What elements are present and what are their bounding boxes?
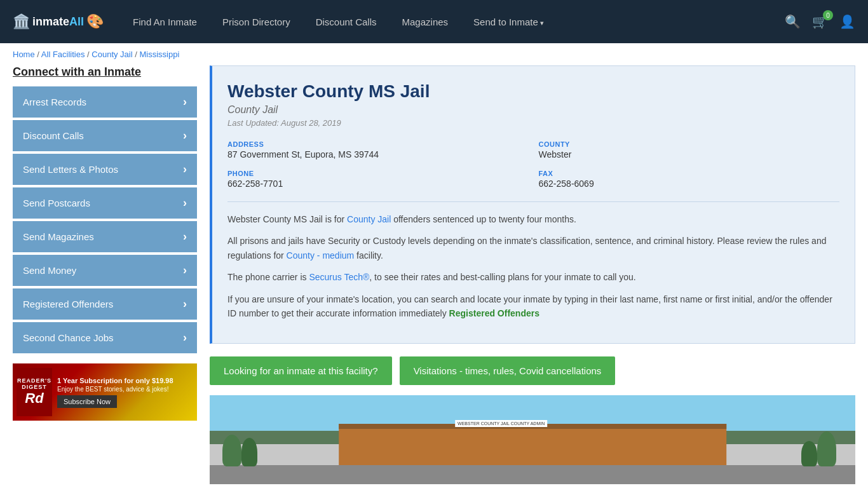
cart-icon[interactable]: 🛒 0 xyxy=(812,14,828,29)
sidebar-item-send-postcards[interactable]: Send Postcards › xyxy=(13,187,197,219)
securus-link[interactable]: Securus Tech® xyxy=(309,272,369,282)
logo-text: inmateAll xyxy=(32,15,84,29)
visitations-button[interactable]: Visitations - times, rules, Covid cancel… xyxy=(400,356,616,385)
fax-value: 662-258-6069 xyxy=(539,179,840,189)
facility-image: WEBSTER COUNTY JAIL COUNTY ADMIN xyxy=(210,395,855,484)
search-icon[interactable]: 🔍 xyxy=(785,14,801,29)
breadcrumb: Home / All Facilities / County Jail / Mi… xyxy=(0,43,868,65)
facility-sign: WEBSTER COUNTY JAIL COUNTY ADMIN xyxy=(455,420,547,427)
sidebar-item-arrest-records[interactable]: Arrest Records › xyxy=(13,86,197,118)
header: 🏛️ inmateAll 🎨 Find An Inmate Prison Dir… xyxy=(0,0,868,43)
registered-offenders-link[interactable]: Registered Offenders xyxy=(449,308,539,318)
arrow-icon: › xyxy=(183,95,187,109)
user-icon[interactable]: 👤 xyxy=(839,14,855,29)
tree2 xyxy=(241,438,257,466)
arrow-icon: › xyxy=(183,264,187,277)
address-value: 87 Government St, Eupora, MS 39744 xyxy=(227,149,529,159)
tree1 xyxy=(222,435,241,466)
action-buttons: Looking for an inmate at this facility? … xyxy=(210,356,855,385)
phone-value: 662-258-7701 xyxy=(227,179,529,189)
facility-road xyxy=(210,465,855,484)
address-label: ADDRESS xyxy=(227,140,529,148)
ad-tagline: Enjoy the BEST stories, advice & jokes! xyxy=(57,386,193,393)
nav-find-inmate[interactable]: Find An Inmate xyxy=(123,11,207,32)
nav-magazines[interactable]: Magazines xyxy=(392,11,459,32)
info-grid: ADDRESS 87 Government St, Eupora, MS 397… xyxy=(227,140,839,189)
sidebar-item-send-money[interactable]: Send Money › xyxy=(13,255,197,286)
desc-para4: If you are unsure of your inmate's locat… xyxy=(227,292,839,321)
nav-discount-calls[interactable]: Discount Calls xyxy=(306,11,387,32)
county-jail-link[interactable]: County Jail xyxy=(347,214,391,224)
ad-offer: 1 Year Subscription for only $19.98 xyxy=(57,377,193,384)
main-layout: Connect with an Inmate Arrest Records › … xyxy=(0,65,868,488)
sidebar-item-registered-offenders[interactable]: Registered Offenders › xyxy=(13,288,197,320)
tree3 xyxy=(817,431,836,466)
logo[interactable]: 🏛️ inmateAll 🎨 xyxy=(13,13,104,30)
content: Webster County MS Jail County Jail Last … xyxy=(210,65,855,484)
sidebar-item-send-letters[interactable]: Send Letters & Photos › xyxy=(13,154,197,185)
breadcrumb-all-facilities[interactable]: All Facilities xyxy=(41,50,85,59)
phone-label: PHONE xyxy=(227,170,529,177)
sidebar-item-discount-calls[interactable]: Discount Calls › xyxy=(13,120,197,151)
arrow-icon: › xyxy=(183,297,187,311)
arrow-icon: › xyxy=(183,129,187,142)
nav-prison-directory[interactable]: Prison Directory xyxy=(212,11,301,32)
sidebar-item-second-chance-jobs[interactable]: Second Chance Jobs › xyxy=(13,322,197,353)
ad-logo-brand: READER'S xyxy=(17,377,51,384)
sidebar-title: Connect with an Inmate xyxy=(13,65,197,79)
facility-card: Webster County MS Jail County Jail Last … xyxy=(210,65,855,344)
arrow-icon: › xyxy=(183,196,187,210)
looking-for-inmate-button[interactable]: Looking for an inmate at this facility? xyxy=(210,356,392,385)
ad-subscribe-button[interactable]: Subscribe Now xyxy=(57,395,117,408)
header-icons: 🔍 🛒 0 👤 xyxy=(785,14,855,29)
arrow-icon: › xyxy=(183,331,187,344)
county-value: Webster xyxy=(539,149,840,159)
cart-badge: 0 xyxy=(823,10,833,20)
facility-type: County Jail xyxy=(227,104,839,116)
county-label: COUNTY xyxy=(539,140,840,148)
arrow-icon: › xyxy=(183,230,187,243)
facility-updated: Last Updated: August 28, 2019 xyxy=(227,118,839,128)
breadcrumb-mississippi[interactable]: Mississippi xyxy=(139,50,179,59)
logo-emoji: 🎨 xyxy=(86,13,104,30)
sidebar: Connect with an Inmate Arrest Records › … xyxy=(13,65,197,484)
ad-logo-brand2: DIGEST xyxy=(22,384,47,390)
nav-send-to-inmate[interactable]: Send to Inmate xyxy=(463,11,554,32)
logo-icon: 🏛️ xyxy=(13,13,30,30)
phone-block: PHONE 662-258-7701 xyxy=(227,170,529,189)
description: Webster County MS Jail is for County Jai… xyxy=(227,212,839,320)
sidebar-item-send-magazines[interactable]: Send Magazines › xyxy=(13,221,197,252)
address-block: ADDRESS 87 Government St, Eupora, MS 397… xyxy=(227,140,529,159)
desc-para2: All prisons and jails have Security or C… xyxy=(227,234,839,262)
main-nav: Find An Inmate Prison Directory Discount… xyxy=(123,11,766,32)
ad-logo-rd: Rd xyxy=(25,390,43,407)
divider xyxy=(227,201,839,202)
facility-building: WEBSTER COUNTY JAIL COUNTY ADMIN xyxy=(339,424,726,465)
fax-block: FAX 662-258-6069 xyxy=(539,170,840,189)
arrow-icon: › xyxy=(183,163,187,176)
facility-name: Webster County MS Jail xyxy=(227,81,839,102)
desc-para1: Webster County MS Jail is for County Jai… xyxy=(227,212,839,226)
tree4 xyxy=(801,441,817,466)
county-medium-link[interactable]: County - medium xyxy=(287,250,355,261)
breadcrumb-county-jail[interactable]: County Jail xyxy=(92,50,132,59)
breadcrumb-home[interactable]: Home xyxy=(13,50,35,59)
county-block: COUNTY Webster xyxy=(539,140,840,159)
fax-label: FAX xyxy=(539,170,840,177)
desc-para3: The phone carrier is Securus Tech®, to s… xyxy=(227,270,839,284)
ad-banner: READER'S DIGEST Rd 1 Year Subscription f… xyxy=(13,363,197,421)
